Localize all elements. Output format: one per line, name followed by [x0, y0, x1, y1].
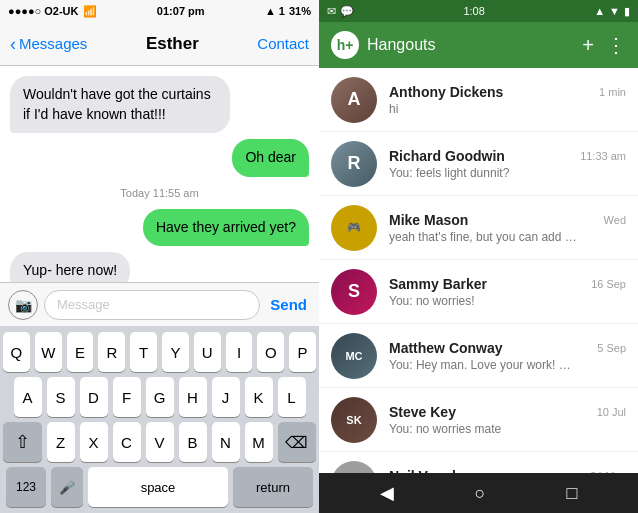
key-q[interactable]: Q — [3, 332, 30, 372]
message-bubble: Have they arrived yet? — [143, 209, 309, 247]
avatar: MC — [331, 333, 377, 379]
ios-back-label: Messages — [19, 35, 87, 52]
battery-android-icon: ▮ — [624, 5, 630, 18]
add-conversation-button[interactable]: + — [582, 34, 594, 57]
contact-time: Wed — [604, 214, 626, 226]
contact-item[interactable]: MC Matthew Conway 5 Sep You: Hey man. Lo… — [319, 324, 638, 388]
avatar-image: A — [331, 77, 377, 123]
key-u[interactable]: U — [194, 332, 221, 372]
contact-name-row: Richard Goodwin 11:33 am — [389, 148, 626, 164]
contact-time: 5 Sep — [597, 342, 626, 354]
ios-input-area: 📷 Message Send — [0, 282, 319, 326]
ios-status-bar: ●●●●○ O2-UK 📶 01:07 pm ▲ 1 31% — [0, 0, 319, 22]
key-k[interactable]: K — [245, 377, 273, 417]
contact-item[interactable]: 🎮 Mike Mason Wed yeah that's fine, but y… — [319, 196, 638, 260]
key-t[interactable]: T — [130, 332, 157, 372]
contact-item[interactable]: A Anthony Dickens 1 min hi — [319, 68, 638, 132]
ios-nav-title: Esther — [146, 34, 199, 54]
key-x[interactable]: X — [80, 422, 108, 462]
key-n[interactable]: N — [212, 422, 240, 462]
key-l[interactable]: L — [278, 377, 306, 417]
hangouts-app-icon: h+ — [331, 31, 359, 59]
mic-key[interactable]: 🎤 — [51, 467, 83, 507]
contacts-list: A Anthony Dickens 1 min hi R Richard Goo… — [319, 68, 638, 473]
ios-messages-area: Wouldn't have got the curtains if I'd ha… — [0, 66, 319, 282]
contact-item[interactable]: Neil Vaughan 24 May Hi Damien, hope you'… — [319, 452, 638, 473]
contact-info: Steve Key 10 Jul You: no worries mate — [389, 404, 626, 436]
key-z[interactable]: Z — [47, 422, 75, 462]
send-button[interactable]: Send — [266, 296, 311, 313]
contact-name: Matthew Conway — [389, 340, 503, 356]
ios-back-button[interactable]: ‹ Messages — [10, 35, 87, 53]
key-j[interactable]: J — [212, 377, 240, 417]
key-r[interactable]: R — [98, 332, 125, 372]
android-hangouts-panel: ✉ 💬 1:08 ▲ ▼ ▮ h+ Hangouts + ⋮ A — [319, 0, 638, 513]
key-s[interactable]: S — [47, 377, 75, 417]
key-b[interactable]: B — [179, 422, 207, 462]
contact-time: 1 min — [599, 86, 626, 98]
message-timestamp: Today 11:55 am — [10, 187, 309, 199]
key-c[interactable]: C — [113, 422, 141, 462]
android-home-button[interactable]: ○ — [475, 483, 486, 504]
keyboard-row-2: A S D F G H J K L — [3, 377, 316, 417]
message-bubble: Oh dear — [232, 139, 309, 177]
key-d[interactable]: D — [80, 377, 108, 417]
avatar — [331, 461, 377, 474]
contact-last-message: You: no worries mate — [389, 422, 579, 436]
space-key[interactable]: space — [88, 467, 228, 507]
ios-status-right: ▲ 1 31% — [265, 5, 311, 17]
avatar: 🎮 — [331, 205, 377, 251]
key-i[interactable]: I — [226, 332, 253, 372]
shift-key[interactable]: ⇧ — [3, 422, 42, 462]
message-input-display[interactable]: Message — [44, 290, 260, 320]
chevron-left-icon: ‹ — [10, 35, 16, 53]
key-w[interactable]: W — [35, 332, 62, 372]
contact-item[interactable]: S Sammy Barker 16 Sep You: no worries! — [319, 260, 638, 324]
keyboard-row-4: 123 🎤 space return — [3, 467, 316, 507]
android-recent-button[interactable]: □ — [567, 483, 578, 504]
more-options-button[interactable]: ⋮ — [606, 33, 626, 57]
battery-label: 31% — [289, 5, 311, 17]
contact-last-message: You: Hey man. Love your work! Woul... — [389, 358, 579, 372]
contact-item[interactable]: R Richard Goodwin 11:33 am You: feels li… — [319, 132, 638, 196]
android-back-button[interactable]: ◀ — [380, 482, 394, 504]
key-e[interactable]: E — [67, 332, 94, 372]
key-h[interactable]: H — [179, 377, 207, 417]
hangouts-title-area: h+ Hangouts — [331, 31, 436, 59]
key-o[interactable]: O — [257, 332, 284, 372]
contact-name: Steve Key — [389, 404, 456, 420]
key-f[interactable]: F — [113, 377, 141, 417]
key-g[interactable]: G — [146, 377, 174, 417]
avatar-image: 🎮 — [331, 205, 377, 251]
message-text: Have they arrived yet? — [156, 219, 296, 235]
key-p[interactable]: P — [289, 332, 316, 372]
message-bubble: Yup- here now! — [10, 252, 130, 282]
contact-time: 11:33 am — [580, 150, 626, 162]
contact-name-row: Steve Key 10 Jul — [389, 404, 626, 420]
signal-bars-icon: ▲ — [594, 5, 605, 17]
contact-item[interactable]: SK Steve Key 10 Jul You: no worries mate — [319, 388, 638, 452]
return-key[interactable]: return — [233, 467, 313, 507]
camera-button[interactable]: 📷 — [8, 290, 38, 320]
wifi-android-icon: ▼ — [609, 5, 620, 17]
contact-name: Sammy Barker — [389, 276, 487, 292]
ios-contact-button[interactable]: Contact — [257, 35, 309, 52]
contact-info: Mike Mason Wed yeah that's fine, but you… — [389, 212, 626, 244]
hangouts-toolbar-actions: + ⋮ — [582, 33, 626, 57]
contact-last-message: hi — [389, 102, 579, 116]
key-a[interactable]: A — [14, 377, 42, 417]
contact-last-message: yeah that's fine, but you can add a bi..… — [389, 230, 579, 244]
delete-key[interactable]: ⌫ — [278, 422, 317, 462]
avatar-image: MC — [331, 333, 377, 379]
key-y[interactable]: Y — [162, 332, 189, 372]
ios-keyboard[interactable]: Q W E R T Y U I O P A S D F G H J K L ⇧ … — [0, 326, 319, 513]
wifi-icon: 📶 — [83, 5, 97, 18]
contact-name: Anthony Dickens — [389, 84, 503, 100]
key-m[interactable]: M — [245, 422, 273, 462]
key-v[interactable]: V — [146, 422, 174, 462]
num-key[interactable]: 123 — [6, 467, 46, 507]
ios-status-left: ●●●●○ O2-UK 📶 — [8, 5, 97, 18]
message-placeholder: Message — [57, 297, 110, 312]
ios-messages-panel: ●●●●○ O2-UK 📶 01:07 pm ▲ 1 31% ‹ Message… — [0, 0, 319, 513]
carrier-label: ●●●●○ O2-UK — [8, 5, 79, 17]
